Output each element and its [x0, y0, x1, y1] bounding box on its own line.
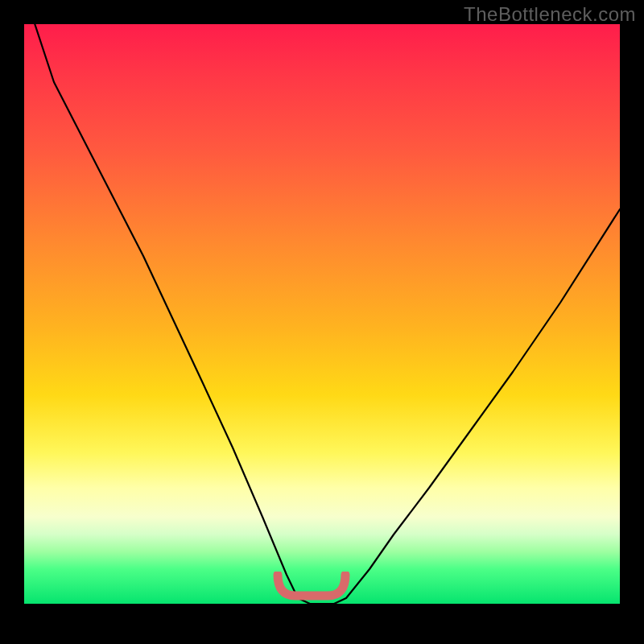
watermark-text: TheBottleneck.com: [464, 3, 636, 26]
bottleneck-curve: [24, 24, 620, 604]
chart-frame: TheBottleneck.com: [0, 0, 644, 644]
plot-area: [24, 24, 620, 604]
curve-path: [32, 24, 620, 604]
trough-highlight: [271, 572, 352, 604]
trough-highlight-path: [278, 575, 345, 596]
